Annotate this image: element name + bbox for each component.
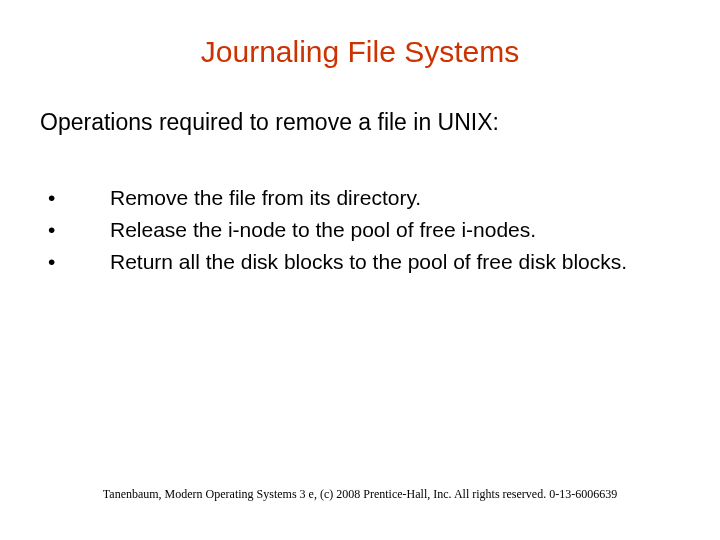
slide-container: Journaling File Systems Operations requi… <box>0 0 720 540</box>
bullet-icon: • <box>40 250 110 274</box>
bullet-icon: • <box>40 186 110 210</box>
slide-subtitle: Operations required to remove a file in … <box>40 109 680 136</box>
bullet-list: • Remove the file from its directory. • … <box>40 186 680 274</box>
list-item: • Return all the disk blocks to the pool… <box>40 250 680 274</box>
bullet-text: Release the i-node to the pool of free i… <box>110 218 680 242</box>
list-item: • Remove the file from its directory. <box>40 186 680 210</box>
bullet-icon: • <box>40 218 110 242</box>
slide-title: Journaling File Systems <box>40 35 680 69</box>
bullet-text: Return all the disk blocks to the pool o… <box>110 250 680 274</box>
footer-text: Tanenbaum, Modern Operating Systems 3 e,… <box>0 487 720 502</box>
bullet-text: Remove the file from its directory. <box>110 186 680 210</box>
list-item: • Release the i-node to the pool of free… <box>40 218 680 242</box>
